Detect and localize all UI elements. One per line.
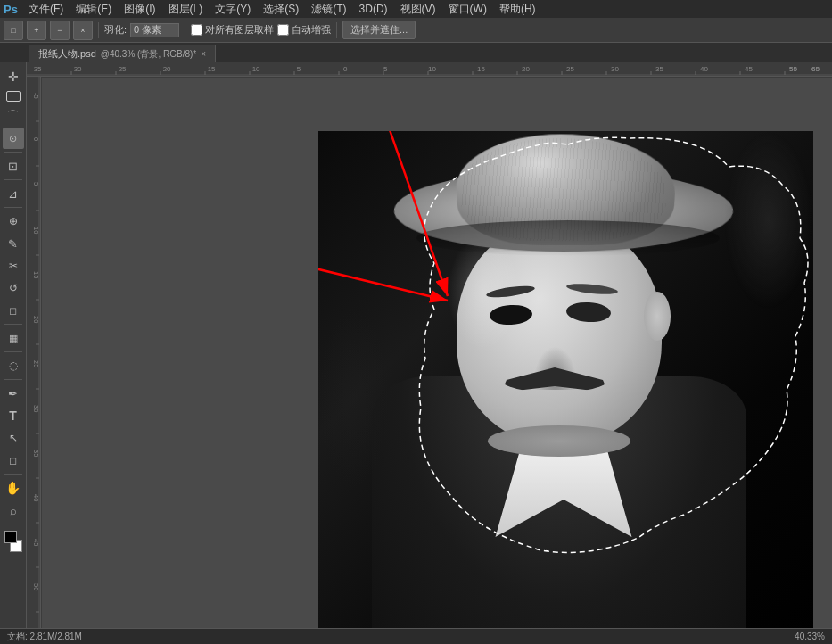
select-mask-button[interactable]: 选择并遮住...	[342, 21, 416, 39]
svg-text:0: 0	[32, 137, 40, 141]
svg-text:35: 35	[32, 450, 40, 457]
svg-text:-35: -35	[31, 65, 42, 73]
toolbar-mode-intersect[interactable]: ×	[73, 21, 93, 40]
document-tab[interactable]: 报纸人物.psd @40.3% (背景, RGB/8)* ×	[29, 45, 216, 62]
sample-all-checkbox[interactable]	[191, 24, 202, 36]
photo-bg: .marching { fill: none; stroke: white; s…	[318, 131, 813, 644]
tab-close-button[interactable]: ×	[201, 49, 206, 59]
status-doc-size: 文档: 2.81M/2.81M	[7, 631, 82, 643]
svg-text:50: 50	[32, 583, 40, 590]
svg-text:45: 45	[32, 539, 40, 546]
toolbar-sep-1	[98, 22, 99, 38]
status-bar: 文档: 2.81M/2.81M 40.33%	[0, 628, 832, 644]
right-ear	[644, 292, 671, 341]
tool-type[interactable]: T	[3, 405, 24, 426]
toolbar-mode-add[interactable]: +	[27, 21, 46, 40]
tool-clone[interactable]: ✂	[3, 255, 24, 277]
menu-item-view[interactable]: 视图(V)	[395, 1, 441, 18]
svg-text:10: 10	[32, 227, 40, 234]
menu-item-layer[interactable]: 图层(L)	[163, 1, 209, 18]
color-swatches[interactable]	[3, 531, 24, 552]
tool-history[interactable]: ↺	[3, 277, 24, 299]
tool-eraser[interactable]: ◻	[3, 300, 24, 321]
feather-label: 羽化:	[104, 23, 127, 37]
tool-sep-2	[4, 179, 22, 180]
svg-text:-15: -15	[205, 65, 216, 73]
svg-text:65: 65	[811, 65, 820, 73]
tool-sep-4	[4, 324, 22, 325]
ps-logo: Ps	[4, 3, 18, 16]
toolbar-sep-2	[185, 22, 185, 38]
tool-sep-8	[4, 524, 22, 524]
svg-text:20: 20	[32, 316, 40, 323]
menu-item-file[interactable]: 文件(F)	[23, 1, 69, 18]
menu-bar: Ps 文件(F) 编辑(E) 图像(I) 图层(L) 文字(Y) 选择(S) 滤…	[0, 0, 832, 18]
tool-lasso[interactable]: ⌒	[3, 105, 24, 127]
foreground-color-swatch[interactable]	[4, 531, 17, 543]
toolbar: □ + − × 羽化: 对所有图层取样 自动增强 选择并遮住...	[0, 18, 832, 43]
tool-sep-6	[4, 379, 22, 380]
tool-sep-1	[4, 152, 22, 153]
tool-pen[interactable]: ✒	[3, 383, 24, 404]
tool-hand[interactable]: ✋	[3, 477, 24, 499]
tab-filename: 报纸人物.psd	[38, 47, 96, 61]
svg-text:40: 40	[700, 65, 708, 73]
menu-item-filter[interactable]: 滤镜(T)	[306, 1, 351, 18]
tool-gradient[interactable]: ▦	[3, 327, 24, 349]
status-zoom: 40.33%	[795, 632, 825, 641]
menu-item-type[interactable]: 文字(Y)	[210, 1, 256, 18]
menu-item-window[interactable]: 窗口(W)	[443, 1, 492, 18]
svg-text:-10: -10	[250, 65, 260, 73]
toolbar-mode-new[interactable]: □	[4, 21, 23, 40]
tool-zoom[interactable]: ⌕	[3, 500, 24, 521]
svg-text:10: 10	[428, 65, 436, 73]
svg-text:-25: -25	[116, 65, 127, 73]
tool-healing[interactable]: ⊕	[3, 211, 24, 232]
bg-noise-left	[318, 310, 390, 488]
menu-item-image[interactable]: 图像(I)	[119, 1, 161, 18]
svg-text:5: 5	[32, 182, 40, 186]
tool-sep-3	[4, 207, 22, 208]
hat-shadow	[416, 220, 720, 256]
menu-item-select[interactable]: 选择(S)	[258, 1, 304, 18]
tool-path-select[interactable]: ↖	[3, 427, 24, 449]
toolbar-mode-subtract[interactable]: −	[50, 21, 70, 40]
tool-marquee-rect[interactable]	[6, 91, 21, 102]
tool-shape[interactable]: ◻	[3, 450, 24, 471]
tool-brush[interactable]: ✎	[3, 233, 24, 254]
tab-info: @40.3% (背景, RGB/8)*	[101, 48, 196, 61]
svg-text:-5: -5	[40, 91, 41, 99]
toolbar-sep-3	[336, 22, 337, 38]
menu-item-edit[interactable]: 编辑(E)	[70, 1, 117, 18]
canvas-area[interactable]: .marching { fill: none; stroke: white; s…	[42, 78, 832, 644]
feather-input[interactable]	[130, 23, 179, 37]
svg-text:30: 30	[32, 405, 40, 412]
svg-text:30: 30	[611, 65, 619, 73]
tool-eyedropper[interactable]: ⊿	[3, 183, 24, 204]
svg-text:-20: -20	[161, 65, 171, 73]
tool-quick-select[interactable]: ⊙	[3, 128, 24, 149]
svg-text:20: 20	[522, 65, 530, 73]
svg-text:45: 45	[745, 65, 753, 73]
image-canvas: .marching { fill: none; stroke: white; s…	[318, 131, 813, 644]
tool-crop[interactable]: ⊡	[3, 155, 24, 177]
menu-item-help[interactable]: 帮助(H)	[494, 1, 541, 18]
bg-noise-right	[724, 131, 813, 310]
svg-text:15: 15	[477, 65, 485, 73]
svg-text:40: 40	[32, 494, 40, 501]
tool-blur[interactable]: ◌	[3, 355, 24, 376]
auto-enhance-label[interactable]: 自动增强	[277, 23, 331, 37]
svg-text:55: 55	[789, 65, 797, 73]
svg-text:25: 25	[566, 65, 574, 73]
svg-text:5: 5	[383, 65, 388, 73]
menu-item-3d[interactable]: 3D(D)	[354, 2, 393, 16]
ruler-left: -5 -5 0 5 10 15 20 25 30 35 40 45 50 55 …	[27, 77, 41, 644]
svg-text:35: 35	[655, 65, 663, 73]
svg-text:-30: -30	[71, 65, 82, 73]
sample-all-label[interactable]: 对所有图层取样	[191, 23, 274, 37]
workspace: ✛ ⌒ ⊙ ⊡ ⊿ ⊕ ✎ ✂ ↺ ◻ ▦ ◌ ✒ T ↖ ◻ ✋ ⌕	[0, 62, 832, 644]
svg-text:-5: -5	[32, 93, 40, 99]
tool-move[interactable]: ✛	[3, 66, 24, 87]
auto-enhance-checkbox[interactable]	[277, 24, 289, 36]
svg-text:25: 25	[32, 360, 40, 367]
